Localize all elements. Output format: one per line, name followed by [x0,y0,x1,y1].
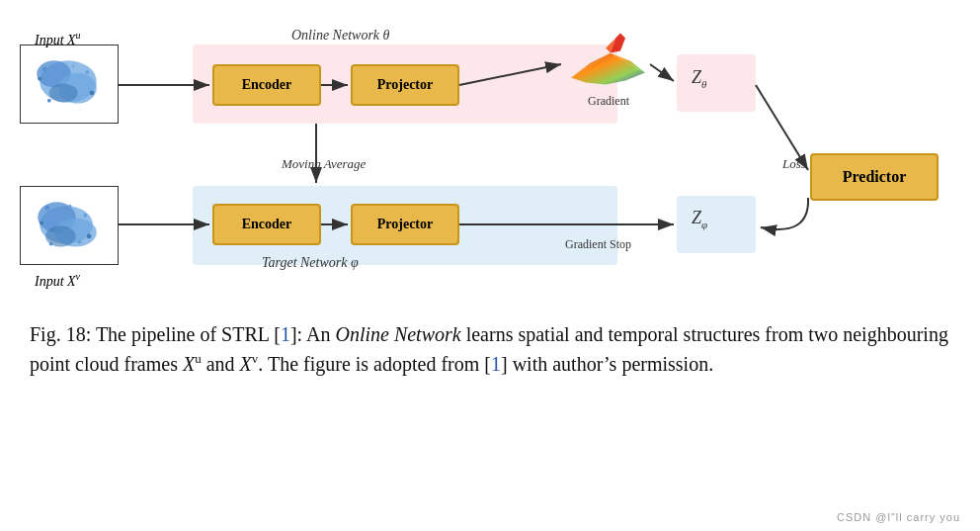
online-network-em: Online Network [335,323,460,345]
svg-point-4 [38,77,41,81]
fig-num: Fig. 18: [30,323,91,345]
svg-point-17 [87,234,92,239]
svg-point-18 [49,242,53,246]
svg-point-16 [83,214,87,218]
diagram-area: Online Network θ Target Network φ Input [0,0,980,307]
gradient-label: Gradient [588,94,629,109]
target-network-label: Target Network φ [262,255,359,271]
svg-point-8 [47,99,51,103]
gradient-surface-icon [561,22,650,89]
encoder-top: Encoder [212,64,321,106]
svg-point-20 [78,240,82,244]
ref1: 1 [281,323,290,345]
projector-bottom: Projector [351,204,459,245]
watermark: CSDN @l"ll carry you [837,511,960,523]
z-phi-label: Zφ [692,208,707,230]
projector-top: Projector [351,64,459,106]
predictor-box: Predictor [810,153,939,201]
input-label-bottom: Input Xv [35,271,80,290]
caption-text6: ] with author’s permission. [501,353,713,375]
svg-point-5 [42,67,47,72]
z-theta-box [677,54,756,112]
svg-point-15 [44,206,49,211]
caption-text1: The pipeline of STRL [ [96,323,281,345]
input-label-top: Input Xu [35,30,81,48]
z-theta-label: Zθ [692,67,706,90]
moving-avg-label: Moving Average [282,156,366,172]
xu-em: X [183,353,195,375]
gradient-stop-label: Gradient Stop [565,237,631,252]
caption-text5: . The figure is adopted from [ [258,353,491,375]
ref2: 1 [491,353,501,375]
online-network-label: Online Network θ [291,28,389,44]
xv-em: X [240,353,252,375]
svg-point-9 [71,65,74,68]
loss-label: Loss [782,156,806,172]
svg-point-19 [68,205,71,208]
svg-point-14 [40,221,43,225]
svg-point-7 [90,91,95,96]
encoder-bottom: Encoder [212,204,321,245]
svg-point-3 [49,83,78,102]
z-phi-box [677,196,756,253]
svg-line-25 [650,64,674,81]
caption-text4: and [202,353,240,375]
caption-text2: ]: An [290,323,336,345]
input-box-bottom [20,186,119,265]
caption-area: Fig. 18: The pipeline of STRL [1]: An On… [0,305,980,389]
input-box-top [20,44,119,124]
svg-point-6 [85,70,89,74]
